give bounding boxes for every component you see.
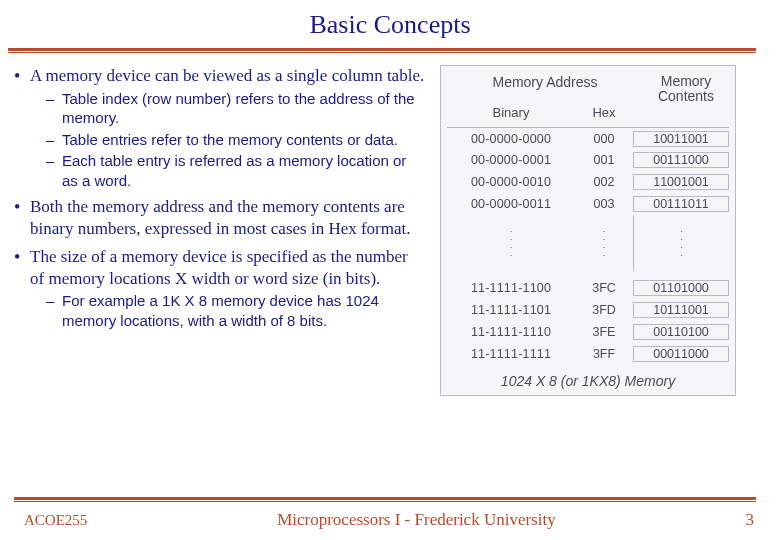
cell-binary: 11-1111-1100 <box>447 281 575 295</box>
cell-hex: 002 <box>575 175 633 189</box>
table-row: 00-0000-0001 001 00111000 <box>447 149 729 171</box>
cell-contents: 11001001 <box>633 174 729 190</box>
cell-binary: 11-1111-1101 <box>447 303 575 317</box>
table-row: 11-1111-1110 3FE 00110100 <box>447 321 729 343</box>
cell-hex: 3FD <box>575 303 633 317</box>
cell-contents: 10011001 <box>633 131 729 147</box>
bullet-text: A memory device can be viewed as a singl… <box>30 66 424 85</box>
cell-binary: 00-0000-0001 <box>447 153 575 167</box>
cell-hex: 3FE <box>575 325 633 339</box>
bullet-item: A memory device can be viewed as a singl… <box>8 65 426 190</box>
cell-contents: 01101000 <box>633 280 729 296</box>
cell-hex: 3FC <box>575 281 633 295</box>
cell-contents: 00111011 <box>633 196 729 212</box>
page-number: 3 <box>746 510 755 530</box>
table-row: 00-0000-0011 003 00111011 <box>447 193 729 215</box>
fig-header-address: Memory Address <box>447 74 643 103</box>
course-code: ACOE255 <box>24 512 87 529</box>
bullet-text: The size of a memory device is specified… <box>30 247 408 288</box>
vdots-icon: ···· <box>510 227 513 259</box>
fig-subheader-binary: Binary <box>447 105 575 120</box>
bullet-text: Both the memory address and the memory c… <box>30 197 411 238</box>
sub-bullet: Table index (row number) refers to the a… <box>30 89 426 128</box>
cell-hex: 003 <box>575 197 633 211</box>
cell-contents: 00011000 <box>633 346 729 362</box>
cell-binary: 11-1111-1111 <box>447 347 575 361</box>
memory-figure: Memory Address Memory Contents Binary He… <box>440 65 736 396</box>
cell-contents: 00110100 <box>633 324 729 340</box>
cell-contents: 10111001 <box>633 302 729 318</box>
fig-ellipsis-row: ···· ···· ···· <box>447 215 729 271</box>
cell-hex: 001 <box>575 153 633 167</box>
table-row: 11-1111-1100 3FC 01101000 <box>447 277 729 299</box>
cell-binary: 00-0000-0010 <box>447 175 575 189</box>
fig-rows-top: 00-0000-0000 000 10011001 00-0000-0001 0… <box>447 126 729 215</box>
fig-rows-bottom: 11-1111-1100 3FC 01101000 11-1111-1101 3… <box>447 277 729 365</box>
cell-binary: 00-0000-0011 <box>447 197 575 211</box>
cell-binary: 11-1111-1110 <box>447 325 575 339</box>
cell-hex: 3FF <box>575 347 633 361</box>
table-row: 11-1111-1101 3FD 10111001 <box>447 299 729 321</box>
cell-hex: 000 <box>575 132 633 146</box>
sub-bullet: Table entries refer to the memory conten… <box>30 130 426 150</box>
page-title: Basic Concepts <box>0 0 780 48</box>
footer: ACOE255 Microprocessors I - Frederick Un… <box>0 497 780 530</box>
bullet-item: The size of a memory device is specified… <box>8 246 426 331</box>
vdots-icon: ···· <box>603 227 606 259</box>
cell-binary: 00-0000-0000 <box>447 132 575 146</box>
table-row: 11-1111-1111 3FF 00011000 <box>447 343 729 365</box>
fig-subheader-hex: Hex <box>575 105 633 120</box>
figure-caption: 1024 X 8 (or 1KX8) Memory <box>447 373 729 389</box>
body-text: A memory device can be viewed as a singl… <box>8 65 438 396</box>
fig-header-contents: Memory Contents <box>643 74 729 103</box>
footer-center: Microprocessors I - Frederick University <box>87 510 745 530</box>
table-row: 00-0000-0000 000 10011001 <box>447 127 729 149</box>
vdots-icon: ···· <box>680 227 683 259</box>
table-row: 00-0000-0010 002 11001001 <box>447 171 729 193</box>
sub-bullet: For example a 1K X 8 memory device has 1… <box>30 291 426 330</box>
sub-bullet: Each table entry is referred as a memory… <box>30 151 426 190</box>
bullet-item: Both the memory address and the memory c… <box>8 196 426 240</box>
cell-contents: 00111000 <box>633 152 729 168</box>
